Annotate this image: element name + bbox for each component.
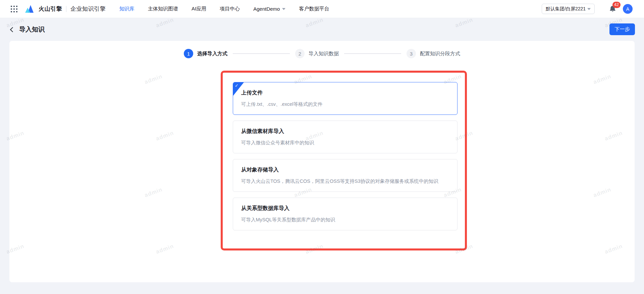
page-title: 导入知识 <box>19 25 45 34</box>
option-description: 可导入微信公众号素材库中的知识 <box>241 139 449 146</box>
option-description: 可导入火山云TOS，腾讯云COS，阿里云OSS等支持S3协议的对象存储服务或系统… <box>241 177 449 185</box>
option-title: 从微信素材库导入 <box>241 128 449 135</box>
notification-count-badge: 42 <box>612 2 621 8</box>
user-avatar[interactable]: A <box>623 4 633 14</box>
app-launcher-grid-icon[interactable] <box>11 6 12 7</box>
step-label: 导入知识数据 <box>309 51 339 57</box>
org-selector-value: 默认集团/白屏2221 <box>546 6 586 12</box>
back-chevron-icon[interactable] <box>10 27 15 32</box>
import-option-relational-database[interactable]: 从关系型数据库导入 可导入MySQL等关系型数据库产品中的知识 <box>233 198 458 230</box>
import-option-list: ✓ 上传文件 可上传.txt、.csv、.excel等格式的文件 从微信素材库导… <box>233 82 458 230</box>
step-label: 配置知识分段方式 <box>420 51 460 57</box>
step-number-badge: 2 <box>295 49 305 58</box>
notification-bell[interactable]: 42 <box>609 5 617 13</box>
import-option-wechat-library[interactable]: 从微信素材库导入 可导入微信公众号素材库中的知识 <box>233 121 458 153</box>
check-icon: ✓ <box>235 83 238 88</box>
org-selector-dropdown[interactable]: 默认集团/白屏2221 <box>542 4 595 14</box>
step-connector-line <box>344 53 401 54</box>
main-content-panel: 1 选择导入方式 2 导入知识数据 3 配置知识分段方式 ✓ 上传文件 可上传.… <box>9 41 635 282</box>
topbar-right-controls: 默认集团/白屏2221 42 A <box>542 4 633 14</box>
nav-item-agent-demo-label: AgentDemo <box>253 6 280 12</box>
nav-item-ai-apps[interactable]: AI应用 <box>192 6 206 12</box>
option-title: 从对象存储导入 <box>241 166 449 173</box>
step-number-badge: 1 <box>184 49 193 58</box>
option-title: 上传文件 <box>241 89 449 96</box>
brand-product-name: 火山引擎 <box>39 5 62 13</box>
step-label: 选择导入方式 <box>197 51 227 57</box>
brand-area: 火山引擎 企业知识引擎 <box>0 4 106 13</box>
step-configure-segmentation: 3 配置知识分段方式 <box>407 49 460 58</box>
step-import-knowledge-data: 2 导入知识数据 <box>295 49 339 58</box>
nav-item-customer-data-platform[interactable]: 客户数据平台 <box>299 6 329 12</box>
option-description: 可上传.txt、.csv、.excel等格式的文件 <box>241 100 449 108</box>
option-description: 可导入MySQL等关系型数据库产品中的知识 <box>241 216 449 223</box>
main-nav-menu: 知识库 主体知识图谱 AI应用 项目中心 AgentDemo 客户数据平台 <box>119 6 329 12</box>
next-step-button[interactable]: 下一步 <box>609 23 635 35</box>
chevron-down-icon <box>587 8 591 10</box>
step-number-badge: 3 <box>407 49 416 58</box>
import-option-upload-file[interactable]: ✓ 上传文件 可上传.txt、.csv、.excel等格式的文件 <box>233 82 458 115</box>
nav-item-agent-demo[interactable]: AgentDemo <box>253 6 285 12</box>
page-header: 导入知识 下一步 <box>0 18 644 41</box>
nav-item-knowledge-base[interactable]: 知识库 <box>119 6 135 12</box>
brand-divider <box>66 6 66 12</box>
nav-item-knowledge-graph[interactable]: 主体知识图谱 <box>148 6 178 12</box>
brand-suite-name: 企业知识引擎 <box>70 5 106 13</box>
wizard-stepper: 1 选择导入方式 2 导入知识数据 3 配置知识分段方式 <box>9 49 635 58</box>
import-option-object-storage[interactable]: 从对象存储导入 可导入火山云TOS，腾讯云COS，阿里云OSS等支持S3协议的对… <box>233 159 458 192</box>
volcengine-logo-icon <box>25 4 34 13</box>
chevron-down-icon <box>282 8 285 10</box>
top-navigation-bar: 火山引擎 企业知识引擎 知识库 主体知识图谱 AI应用 项目中心 AgentDe… <box>0 0 644 18</box>
step-connector-line <box>233 53 290 54</box>
step-select-import-method: 1 选择导入方式 <box>184 49 227 58</box>
nav-item-project-center[interactable]: 项目中心 <box>220 6 240 12</box>
option-title: 从关系型数据库导入 <box>241 205 449 212</box>
